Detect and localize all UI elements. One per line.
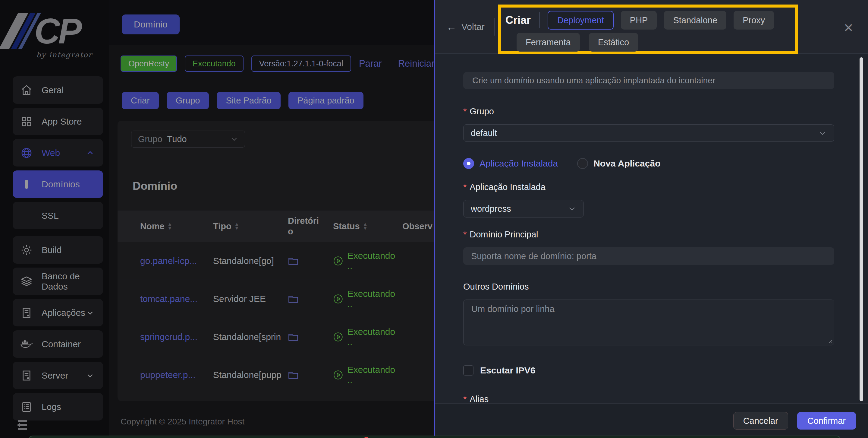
drawer-header: ← Voltar ✕ Criar Deployment PHP Standalo… — [435, 0, 868, 54]
installed-app-select[interactable]: wordpress — [463, 200, 584, 217]
grupo-select[interactable]: default — [463, 124, 834, 142]
drawer-mask[interactable] — [0, 0, 434, 438]
cancel-button[interactable]: Cancelar — [733, 412, 788, 430]
tab-standalone[interactable]: Standalone — [664, 11, 726, 30]
alias-field-label: * Alias — [463, 394, 834, 403]
tab-proxy[interactable]: Proxy — [734, 11, 774, 30]
info-message: Crie um domínio usando uma aplicação imp… — [463, 72, 834, 89]
confirm-button[interactable]: Confirmar — [797, 412, 856, 430]
app-root: CP by integrator Geral App Store Web — [0, 0, 868, 438]
drawer-body: Crie um domínio usando uma aplicação imp… — [435, 54, 868, 403]
domain-type-tabs: Deployment PHP Standalone Proxy — [548, 11, 774, 30]
tab-php[interactable]: PHP — [621, 11, 657, 30]
required-asterisk: * — [463, 230, 467, 239]
other-domains-field-label: Outros Domínios — [463, 282, 834, 292]
checkbox-unchecked-icon[interactable] — [463, 365, 473, 376]
other-domains-textarea[interactable]: Um domínio por linha — [463, 299, 834, 345]
back-label: Voltar — [461, 22, 485, 32]
app-mode-radio-group: Aplicação Instalada Nova Aplicação — [463, 158, 834, 169]
drawer-title: Criar — [505, 14, 531, 27]
divider — [539, 12, 540, 28]
drawer-footer: Cancelar Confirmar — [435, 403, 868, 438]
main-domain-input[interactable]: Suporta nome de domínio: porta — [463, 247, 834, 265]
divider — [494, 18, 495, 36]
tab-deployment[interactable]: Deployment — [548, 11, 614, 30]
bottom-toast-clipped — [29, 436, 841, 438]
close-icon[interactable]: ✕ — [843, 22, 854, 34]
ipv6-label: Escutar IPV6 — [480, 365, 535, 376]
radio-unselected-icon — [577, 158, 588, 169]
tab-estatico[interactable]: Estático — [589, 33, 638, 52]
required-asterisk: * — [463, 107, 467, 116]
domain-type-tabs-row2: Ferramenta Estático — [501, 33, 795, 52]
main-domain-field-label: * Domínio Principal — [463, 230, 834, 239]
ipv6-checkbox-row[interactable]: Escutar IPV6 — [463, 365, 834, 376]
drawer-scrollbar-thumb[interactable] — [860, 57, 863, 401]
red-status-dot — [364, 437, 369, 438]
drawer-title-row: Criar Deployment PHP Standalone Proxy — [501, 7, 795, 33]
arrow-left-icon: ← — [446, 22, 457, 32]
chevron-down-icon — [818, 129, 827, 137]
grupo-field-label: * Grupo — [463, 107, 834, 116]
installed-app-select-value: wordpress — [471, 204, 511, 214]
resize-handle-icon[interactable] — [827, 339, 832, 343]
create-domain-drawer: ← Voltar ✕ Criar Deployment PHP Standalo… — [434, 0, 868, 438]
installed-app-field-label: * Aplicação Instalada — [463, 182, 834, 192]
chevron-down-icon — [568, 205, 576, 213]
required-asterisk: * — [463, 394, 467, 403]
radio-aplicacao-instalada[interactable]: Aplicação Instalada — [463, 158, 558, 169]
radio-nova-aplicacao[interactable]: Nova Aplicação — [577, 158, 660, 169]
radio-selected-icon — [463, 158, 474, 169]
required-asterisk: * — [463, 182, 467, 192]
tab-ferramenta[interactable]: Ferramenta — [517, 33, 580, 52]
grupo-select-value: default — [471, 128, 497, 138]
back-button[interactable]: ← Voltar — [446, 22, 485, 32]
highlight-annotation-box: Criar Deployment PHP Standalone Proxy Fe… — [498, 4, 798, 54]
